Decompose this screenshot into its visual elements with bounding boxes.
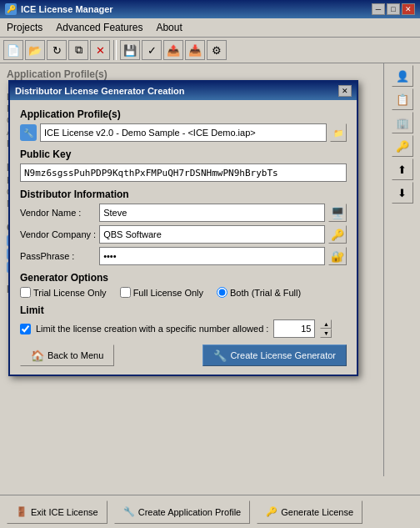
full-license-option[interactable]: Full License Only xyxy=(120,287,203,298)
app-profile-select[interactable]: ICE License v2.0 - Demo Sample - <ICE De… xyxy=(40,123,327,142)
create-btn-label: Create License Generator xyxy=(230,350,336,360)
title-bar-controls: ─ □ ✕ xyxy=(372,3,415,15)
exit-label: Exit ICE License xyxy=(31,507,98,517)
distributor-grid: Vendor Name : 🖥️ Vendor Company : 🔑 Pass… xyxy=(20,204,347,265)
toolbar-copy[interactable]: ⧉ xyxy=(68,40,88,60)
menu-bar: Projects Advanced Features About xyxy=(0,18,420,38)
toolbar-export[interactable]: 📤 xyxy=(163,40,183,60)
limit-text: Limit the license creation with a specif… xyxy=(36,324,268,334)
toolbar-refresh[interactable]: ↻ xyxy=(47,40,67,60)
distributor-label: Distributor Information xyxy=(20,189,347,200)
passphrase-icon-btn[interactable]: 🔐 xyxy=(328,247,347,265)
limit-section: Limit Limit the license creation with a … xyxy=(20,304,347,338)
app-profile-section-title: Application Profile(s) xyxy=(20,108,347,120)
minimize-button[interactable]: ─ xyxy=(372,3,385,15)
toolbar-save[interactable]: 💾 xyxy=(120,40,140,60)
both-radio[interactable] xyxy=(217,287,228,298)
limit-label: Limit xyxy=(20,304,347,316)
vendor-name-label: Vendor Name : xyxy=(20,208,96,218)
public-key-input[interactable] xyxy=(20,163,347,182)
right-btn-key[interactable]: 🔑 xyxy=(392,135,413,157)
exit-icon: 🚪 xyxy=(16,506,28,517)
limit-spinner: ▲ ▼ xyxy=(320,319,332,338)
left-panel: Application Profile(s) Lice... Prof... O… xyxy=(0,63,383,476)
toolbar-check[interactable]: ✓ xyxy=(142,40,162,60)
modal-title: Distributor License Generator Creation xyxy=(15,86,185,96)
generate-label: Generate License xyxy=(281,507,353,517)
limit-decrement-btn[interactable]: ▼ xyxy=(320,329,332,338)
toolbar-sep1 xyxy=(113,40,117,60)
limit-increment-btn[interactable]: ▲ xyxy=(320,319,332,329)
toolbar-settings[interactable]: ⚙ xyxy=(207,40,227,60)
back-to-menu-button[interactable]: 🏠 Back to Menu xyxy=(20,344,114,366)
right-btn-user[interactable]: 👤 xyxy=(392,65,413,87)
passphrase-input[interactable] xyxy=(99,247,325,265)
toolbar-import[interactable]: 📥 xyxy=(185,40,205,60)
app-profile-browse-btn[interactable]: 📁 xyxy=(330,123,347,142)
app-profile-section: Application Profile(s) 🔧 ICE License v2.… xyxy=(20,108,347,142)
toolbar: 📄 📂 ↻ ⧉ ✕ 💾 ✓ 📤 📥 ⚙ xyxy=(0,38,420,63)
generate-icon: 🔑 xyxy=(266,506,278,517)
app-profile-icon: 🔧 xyxy=(20,124,37,141)
close-button[interactable]: ✕ xyxy=(402,3,415,15)
full-license-checkbox[interactable] xyxy=(120,287,131,298)
back-icon: 🏠 xyxy=(31,349,44,362)
toolbar-open[interactable]: 📂 xyxy=(25,40,45,60)
app-title: ICE License Manager xyxy=(21,4,113,14)
app-icon: 🔑 xyxy=(5,3,17,15)
right-btn-down[interactable]: ⬇ xyxy=(392,182,413,204)
create-icon: 🔧 xyxy=(213,349,227,362)
maximize-button[interactable]: □ xyxy=(387,3,400,15)
menu-advanced-features[interactable]: Advanced Features xyxy=(52,20,146,35)
limit-row: Limit the license creation with a specif… xyxy=(20,319,347,338)
vendor-name-icon-btn[interactable]: 🖥️ xyxy=(328,204,347,222)
create-license-generator-button[interactable]: 🔧 Create License Generator xyxy=(202,344,347,366)
status-bar: 🚪 Exit ICE License 🔧 Create Application … xyxy=(0,495,420,528)
modal-dialog: Distributor License Generator Creation ✕… xyxy=(8,80,358,376)
modal-content: Application Profile(s) 🔧 ICE License v2.… xyxy=(10,100,357,375)
generator-options-label: Generator Options xyxy=(20,272,347,284)
menu-about[interactable]: About xyxy=(152,20,185,35)
modal-title-bar: Distributor License Generator Creation ✕ xyxy=(10,82,357,100)
both-label: Both (Trial & Full) xyxy=(230,288,301,298)
create-profile-label: Create Application Profile xyxy=(138,507,242,517)
generate-license-button[interactable]: 🔑 Generate License xyxy=(257,500,362,524)
create-application-profile-button[interactable]: 🔧 Create Application Profile xyxy=(114,500,251,524)
vendor-name-input[interactable] xyxy=(99,204,325,222)
distributor-section: Distributor Information Vendor Name : 🖥️… xyxy=(20,189,347,265)
modal-buttons: 🏠 Back to Menu 🔧 Create License Generato… xyxy=(20,344,347,366)
trial-license-label: Trial License Only xyxy=(33,288,107,298)
vendor-company-label: Vendor Company : xyxy=(20,229,96,239)
app-profile-row: 🔧 ICE License v2.0 - Demo Sample - <ICE … xyxy=(20,123,347,142)
title-bar-left: 🔑 ICE License Manager xyxy=(5,3,113,15)
toolbar-delete[interactable]: ✕ xyxy=(90,40,110,60)
generator-options-section: Generator Options Trial License Only Ful… xyxy=(20,272,347,298)
limit-value-input[interactable] xyxy=(273,319,315,338)
back-btn-label: Back to Menu xyxy=(48,350,103,360)
create-profile-icon: 🔧 xyxy=(123,506,135,517)
vendor-company-icon-btn[interactable]: 🔑 xyxy=(328,225,347,244)
menu-projects[interactable]: Projects xyxy=(3,20,46,35)
right-btn-up[interactable]: ⬆ xyxy=(392,158,413,180)
vendor-company-input[interactable] xyxy=(99,225,325,244)
limit-checkbox[interactable] xyxy=(20,324,31,334)
passphrase-label: PassPhrase : xyxy=(20,251,96,261)
trial-license-option[interactable]: Trial License Only xyxy=(20,287,107,298)
both-option[interactable]: Both (Trial & Full) xyxy=(217,287,301,298)
toolbar-new[interactable]: 📄 xyxy=(3,40,23,60)
trial-license-checkbox[interactable] xyxy=(20,287,31,298)
generator-options-row: Trial License Only Full License Only Bot… xyxy=(20,287,347,298)
right-btn-clipboard[interactable]: 📋 xyxy=(392,88,413,110)
title-bar: 🔑 ICE License Manager ─ □ ✕ xyxy=(0,0,420,18)
right-btn-company[interactable]: 🏢 xyxy=(392,112,413,133)
modal-close-button[interactable]: ✕ xyxy=(338,85,352,97)
full-license-label: Full License Only xyxy=(133,288,203,298)
public-key-label: Public Key xyxy=(20,148,347,160)
app-profiles-label: Application Profile(s) xyxy=(7,68,377,80)
exit-ice-license-button[interactable]: 🚪 Exit ICE License xyxy=(7,500,108,524)
right-panel: 👤 📋 🏢 🔑 ⬆ ⬇ xyxy=(383,63,420,476)
public-key-section: Public Key xyxy=(20,148,347,182)
